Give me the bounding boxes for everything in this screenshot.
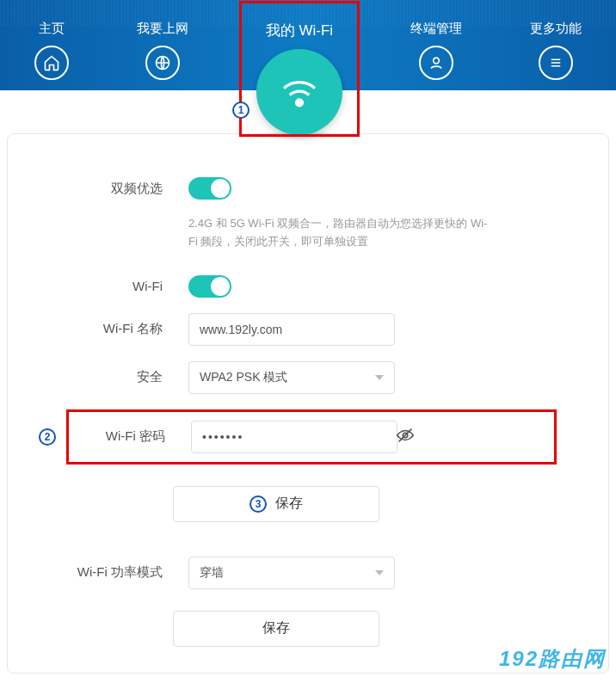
dual-band-row: 双频优选 bbox=[59, 177, 557, 200]
password-label: Wi-Fi 密码 bbox=[72, 428, 191, 445]
nav-internet[interactable]: 我要上网 bbox=[137, 21, 188, 80]
wifi-name-label: Wi-Fi 名称 bbox=[59, 321, 188, 337]
eye-hidden-icon[interactable] bbox=[396, 426, 415, 448]
dual-band-toggle[interactable] bbox=[188, 177, 231, 200]
nav-internet-label: 我要上网 bbox=[137, 21, 188, 37]
top-nav: 主页 我要上网 1 我的 Wi-Fi 终端管理 更多功能 bbox=[0, 0, 616, 90]
annotation-badge-1: 1 bbox=[232, 102, 249, 119]
dual-band-help: 2.4G 和 5G Wi-Fi 双频合一，路由器自动为您选择更快的 Wi-Fi … bbox=[188, 215, 490, 251]
watermark-text: 192路由网 bbox=[499, 645, 606, 673]
wifi-enable-label: Wi-Fi bbox=[59, 279, 188, 293]
power-mode-label: Wi-Fi 功率模式 bbox=[59, 564, 188, 581]
menu-icon bbox=[539, 46, 573, 80]
save-button-label-2: 保存 bbox=[262, 619, 290, 637]
globe-icon bbox=[145, 46, 180, 80]
save-button-power[interactable]: 保存 bbox=[173, 611, 379, 647]
wifi-name-row: Wi-Fi 名称 www.192ly.com bbox=[59, 313, 557, 346]
save-button-label: 保存 bbox=[275, 495, 303, 513]
wifi-icon bbox=[256, 49, 342, 135]
password-row: 2 Wi-Fi 密码 ••••••• bbox=[66, 409, 557, 465]
save-button-wifi[interactable]: 3 保存 bbox=[173, 486, 379, 522]
security-select[interactable]: WPA2 PSK 模式 bbox=[188, 361, 395, 394]
settings-panel: 双频优选 2.4G 和 5G Wi-Fi 双频合一，路由器自动为您选择更快的 W… bbox=[7, 133, 609, 674]
nav-wifi[interactable]: 1 我的 Wi-Fi bbox=[256, 21, 342, 135]
annotation-badge-3: 3 bbox=[249, 495, 267, 513]
power-mode-row: Wi-Fi 功率模式 穿墙 bbox=[59, 557, 557, 589]
nav-devices[interactable]: 终端管理 bbox=[410, 21, 462, 80]
password-input[interactable]: ••••••• bbox=[191, 421, 397, 453]
svg-point-2 bbox=[434, 58, 440, 64]
security-row: 安全 WPA2 PSK 模式 bbox=[59, 361, 557, 394]
nav-home-label: 主页 bbox=[39, 21, 65, 37]
power-mode-select[interactable]: 穿墙 bbox=[188, 557, 395, 589]
security-label: 安全 bbox=[59, 369, 188, 385]
nav-wifi-label: 我的 Wi-Fi bbox=[266, 21, 333, 40]
home-icon bbox=[34, 46, 69, 80]
nav-more-label: 更多功能 bbox=[530, 21, 582, 37]
nav-devices-label: 终端管理 bbox=[410, 21, 462, 37]
annotation-badge-2: 2 bbox=[39, 428, 56, 446]
nav-home[interactable]: 主页 bbox=[34, 21, 69, 80]
wifi-toggle[interactable] bbox=[188, 275, 231, 298]
dual-band-label: 双频优选 bbox=[59, 181, 188, 197]
wifi-enable-row: Wi-Fi bbox=[59, 275, 557, 298]
wifi-name-input[interactable]: www.192ly.com bbox=[188, 313, 395, 346]
svg-point-1 bbox=[297, 100, 303, 106]
nav-more[interactable]: 更多功能 bbox=[530, 21, 582, 80]
user-icon bbox=[419, 46, 453, 80]
